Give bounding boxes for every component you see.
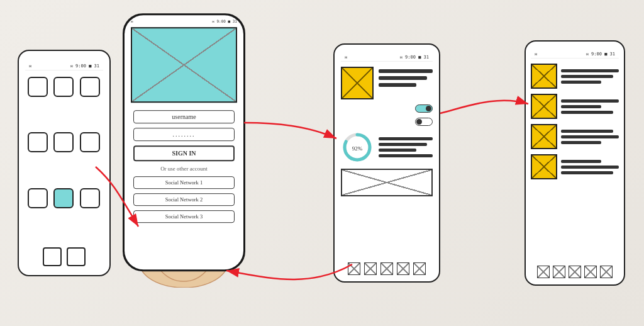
s4-status-text: ✉ 9:00 ■ 31 [586, 52, 615, 57]
toggle-row-1 [341, 104, 433, 113]
image-cross [342, 68, 372, 98]
app-icon-highlighted [53, 188, 74, 208]
status-info-1: ✉ 9:00 ■ 31 [70, 64, 99, 69]
scene: ✉ ✉ 9:00 ■ 31 ✉ ✉ 9:00 ■ 31 [0, 0, 644, 326]
dock-icon [43, 247, 62, 266]
screen-detail: ✉ ✉ 9:00 ■ 31 [333, 43, 440, 283]
status-bar-4: ✉ ✉ 9:00 ■ 31 [531, 49, 619, 59]
phone-hero-image [131, 27, 237, 103]
app-icon [53, 77, 74, 97]
s4-line-2b [561, 105, 601, 108]
progress-text-lines [379, 137, 433, 157]
text-line-3 [379, 83, 416, 87]
s4-bi-cross-1 [538, 266, 549, 278]
dock-icon [67, 247, 86, 266]
sign-in-button[interactable]: SIGN IN [133, 145, 235, 161]
app-icon [28, 132, 48, 152]
screen-phone: ✉ ✉ 9:00 ■ 31 username ........ SIGN IN … [123, 13, 245, 271]
prog-line-1 [379, 137, 433, 140]
s4-line-3a [561, 130, 613, 133]
s4-image-3 [531, 124, 557, 149]
s4-cross-2 [532, 95, 556, 118]
social-button-2[interactable]: Social Network 2 [133, 193, 235, 206]
s3-bottom-icon-3 [380, 262, 393, 275]
s4-text-1 [561, 69, 619, 84]
s4-list-row-3 [531, 124, 619, 149]
toggle-switch-1[interactable] [415, 104, 433, 113]
si-cross-4 [397, 263, 409, 274]
progress-section: 92% [341, 131, 433, 164]
s4-line-2a [561, 99, 619, 103]
social-button-3[interactable]: Social Network 3 [133, 210, 235, 223]
s4-bi-cross-2 [553, 266, 565, 278]
s4-mail-icon: ✉ [535, 52, 537, 57]
s4-image-2 [531, 94, 557, 119]
s4-image-1 [531, 64, 557, 89]
si-cross-3 [381, 263, 392, 274]
s4-bottom-icon-4 [584, 266, 597, 278]
progress-circle-chart: 92% [341, 131, 374, 164]
status-bar-1: ✉ ✉ 9:00 ■ 31 [25, 61, 103, 70]
s4-line-1a [561, 69, 619, 72]
s4-text-4 [561, 160, 619, 174]
s4-line-2c [561, 111, 613, 114]
s4-line-3c [561, 141, 601, 144]
text-line-2 [379, 76, 427, 80]
phone-status-text: ✉ 9:00 ■ 31 [212, 19, 237, 23]
s4-line-1c [561, 81, 601, 84]
s4-list-row-4 [531, 154, 619, 179]
s3-wide-placeholder [341, 169, 433, 196]
screen1-dock [25, 245, 103, 269]
s4-line-3b [561, 135, 619, 138]
s4-line-4a [561, 160, 601, 163]
password-field[interactable]: ........ [133, 128, 235, 141]
s3-bottom-icons [341, 260, 433, 275]
app-icon [80, 132, 100, 152]
s4-cross-1 [532, 65, 556, 87]
prog-line-4 [379, 154, 433, 157]
s4-image-4 [531, 154, 557, 179]
username-field[interactable]: username [133, 110, 235, 123]
screen-app-grid: ✉ ✉ 9:00 ■ 31 [18, 50, 111, 276]
s3-text-lines [379, 67, 433, 87]
toggle-switch-2[interactable] [415, 118, 433, 126]
social-button-1[interactable]: Social Network 1 [133, 176, 235, 189]
s4-line-4c [561, 171, 613, 174]
prog-line-3 [379, 149, 416, 152]
s3-bottom-icon-1 [348, 262, 360, 275]
app-icon [28, 77, 48, 97]
s3-top-section [341, 67, 433, 99]
s4-bi-cross-4 [585, 266, 596, 278]
status-mail-icon: ✉ [29, 64, 31, 69]
s3-featured-image [341, 67, 374, 99]
s4-bi-cross-5 [601, 266, 612, 278]
app-icon [28, 188, 48, 208]
s4-list-row-1 [531, 64, 619, 89]
toggle-knob-1 [426, 106, 431, 111]
toggle-row-2 [341, 118, 433, 126]
prog-line-2 [379, 143, 427, 146]
s3-bottom-icon-4 [397, 262, 409, 275]
app-icon-grid [25, 74, 103, 241]
status-bar-3: ✉ ✉ 9:00 ■ 31 [341, 52, 433, 62]
phone-mail-icon: ✉ [131, 19, 133, 23]
s3-mail-icon: ✉ [345, 55, 347, 60]
app-icon [80, 188, 100, 208]
wide-cross [342, 170, 431, 195]
si-cross-1 [348, 263, 360, 274]
phone-inner: ✉ ✉ 9:00 ■ 31 username ........ SIGN IN … [125, 15, 243, 269]
app-icon [80, 77, 100, 97]
or-text: Or use other account [133, 166, 235, 172]
svg-text:92%: 92% [352, 145, 363, 152]
si-cross-2 [365, 263, 376, 274]
s4-cross-3 [532, 125, 556, 148]
s4-bottom-icon-3 [569, 266, 581, 278]
s4-bottom-icon-5 [600, 266, 613, 278]
s3-bottom-icon-5 [413, 262, 426, 275]
si-cross-5 [414, 263, 425, 274]
s4-line-4b [561, 166, 619, 169]
s4-bottom-icons [531, 266, 619, 278]
toggle-knob-2 [416, 119, 422, 125]
screen-image-list: ✉ ✉ 9:00 ■ 31 [525, 40, 625, 286]
s4-bottom-icon-1 [537, 266, 550, 278]
